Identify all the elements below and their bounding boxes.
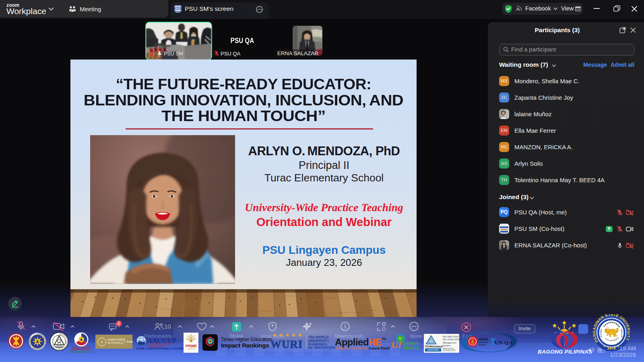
svg-text:Network: Network	[479, 343, 486, 346]
svg-text:asean: asean	[14, 346, 19, 348]
svg-text:UN-QA: UN-QA	[495, 339, 512, 346]
svg-text:WURI: WURI	[270, 338, 303, 350]
svg-text:ASEAN: ASEAN	[479, 338, 488, 341]
